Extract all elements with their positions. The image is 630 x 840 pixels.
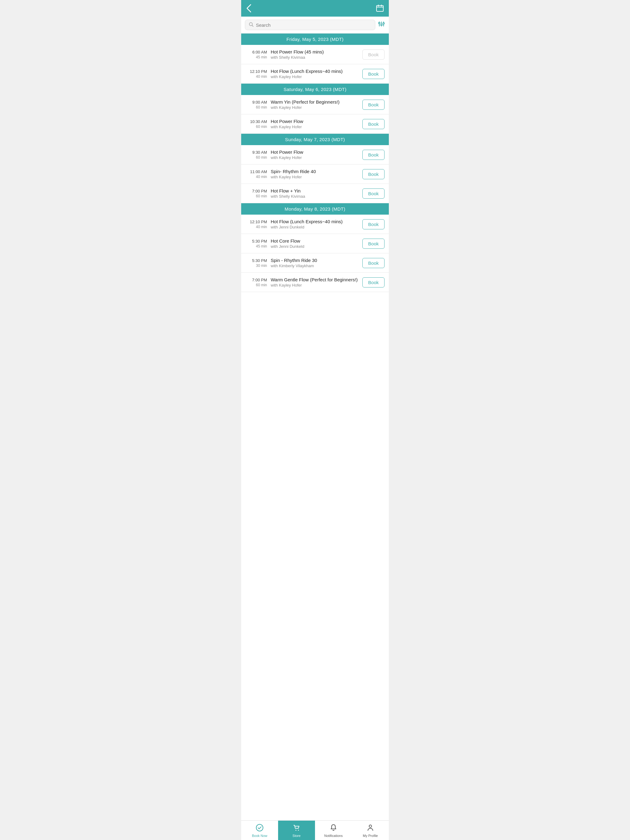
book-button[interactable]: Book bbox=[362, 219, 385, 229]
book-button[interactable]: Book bbox=[362, 69, 385, 79]
class-info: Hot Flow (Lunch Express~40 mins)with Kay… bbox=[271, 69, 359, 79]
table-row: 7:00 PM60 minHot Flow + Yinwith Shelly K… bbox=[241, 184, 389, 203]
day-header: Sunday, May 7, 2023 (MDT) bbox=[241, 134, 389, 145]
class-instructor: with Kayley Hofer bbox=[271, 175, 359, 179]
class-time: 6:00 AM45 min bbox=[245, 50, 267, 59]
cart-icon bbox=[293, 824, 301, 833]
search-input[interactable] bbox=[256, 22, 371, 28]
class-name: Hot Power Flow (45 mins) bbox=[271, 49, 359, 54]
class-start-time: 7:00 PM bbox=[245, 189, 267, 193]
class-instructor: with Kayley Hofer bbox=[271, 125, 359, 129]
class-duration: 45 min bbox=[245, 55, 267, 59]
class-info: Hot Power Flowwith Kayley Hofer bbox=[271, 149, 359, 160]
class-duration: 60 min bbox=[245, 155, 267, 159]
svg-point-14 bbox=[298, 830, 299, 831]
nav-item-notifications[interactable]: Notifications bbox=[315, 821, 352, 840]
class-name: Hot Power Flow bbox=[271, 149, 359, 155]
table-row: 11:00 AM40 minSpin- Rhythm Ride 40with K… bbox=[241, 164, 389, 184]
book-button[interactable]: Book bbox=[362, 169, 385, 179]
class-time: 11:00 AM40 min bbox=[245, 169, 267, 179]
class-name: Hot Flow + Yin bbox=[271, 188, 359, 193]
nav-item-book-now[interactable]: Book Now bbox=[241, 821, 278, 840]
filter-icon[interactable] bbox=[378, 21, 385, 29]
class-time: 9:00 AM60 min bbox=[245, 100, 267, 109]
class-name: Spin - Rhythm Ride 30 bbox=[271, 257, 359, 263]
class-name: Spin- Rhythm Ride 40 bbox=[271, 169, 359, 174]
nav-item-store[interactable]: Store bbox=[278, 821, 315, 840]
class-instructor: with Jenni Dunkeld bbox=[271, 225, 359, 229]
class-duration: 60 min bbox=[245, 283, 267, 287]
table-row: 5:30 PM45 minHot Core Flowwith Jenni Dun… bbox=[241, 234, 389, 253]
class-start-time: 9:30 AM bbox=[245, 150, 267, 155]
table-row: 9:30 AM60 minHot Power Flowwith Kayley H… bbox=[241, 145, 389, 164]
book-button[interactable]: Book bbox=[362, 238, 385, 249]
check-circle-icon bbox=[256, 824, 264, 833]
class-duration: 40 min bbox=[245, 225, 267, 229]
class-info: Spin - Rhythm Ride 30with Kimberly Vilay… bbox=[271, 257, 359, 268]
nav-label-notifications: Notifications bbox=[324, 834, 343, 838]
class-start-time: 5:30 PM bbox=[245, 258, 267, 263]
class-start-time: 12:10 PM bbox=[245, 219, 267, 224]
class-duration: 60 min bbox=[245, 105, 267, 109]
nav-item-my-profile[interactable]: My Profile bbox=[352, 821, 389, 840]
header bbox=[241, 0, 389, 17]
book-button[interactable]: Book bbox=[362, 258, 385, 268]
class-name: Warm Yin (Perfect for Beginners!) bbox=[271, 99, 359, 104]
svg-point-12 bbox=[256, 824, 263, 831]
class-instructor: with Kayley Hofer bbox=[271, 105, 359, 110]
class-instructor: with Shelly Kivimaa bbox=[271, 55, 359, 60]
class-name: Hot Flow (Lunch Express~40 mins) bbox=[271, 219, 359, 224]
person-icon bbox=[367, 824, 374, 833]
back-button[interactable] bbox=[246, 4, 252, 13]
class-duration: 45 min bbox=[245, 244, 267, 248]
class-name: Hot Flow (Lunch Express~40 mins) bbox=[271, 69, 359, 74]
book-button[interactable]: Book bbox=[362, 99, 385, 110]
class-duration: 60 min bbox=[245, 125, 267, 129]
svg-point-11 bbox=[383, 23, 385, 24]
class-time: 10:30 AM60 min bbox=[245, 119, 267, 129]
class-start-time: 11:00 AM bbox=[245, 169, 267, 174]
class-time: 5:30 PM45 min bbox=[245, 239, 267, 248]
class-start-time: 5:30 PM bbox=[245, 239, 267, 243]
class-time: 7:00 PM60 min bbox=[245, 278, 267, 287]
calendar-button[interactable] bbox=[376, 4, 384, 12]
class-instructor: with Jenni Dunkeld bbox=[271, 244, 359, 249]
class-instructor: with Kayley Hofer bbox=[271, 155, 359, 160]
class-start-time: 7:00 PM bbox=[245, 278, 267, 282]
class-name: Hot Power Flow bbox=[271, 119, 359, 124]
class-start-time: 12:10 PM bbox=[245, 69, 267, 74]
class-duration: 30 min bbox=[245, 264, 267, 268]
table-row: 10:30 AM60 minHot Power Flowwith Kayley … bbox=[241, 114, 389, 134]
class-instructor: with Kayley Hofer bbox=[271, 74, 359, 79]
class-instructor: with Kayley Hofer bbox=[271, 283, 359, 287]
class-name: Warm Gentle Flow (Perfect for Beginners!… bbox=[271, 277, 359, 282]
book-button[interactable]: Book bbox=[362, 277, 385, 287]
book-button[interactable]: Book bbox=[362, 119, 385, 129]
class-duration: 40 min bbox=[245, 175, 267, 179]
search-input-wrapper bbox=[245, 20, 375, 30]
svg-point-13 bbox=[296, 830, 296, 831]
search-bar bbox=[241, 17, 389, 33]
book-button[interactable]: Book bbox=[362, 188, 385, 199]
class-duration: 60 min bbox=[245, 194, 267, 198]
bell-icon bbox=[330, 824, 337, 833]
class-instructor: with Kimberly Vilaykham bbox=[271, 264, 359, 268]
table-row: 12:10 PM40 minHot Flow (Lunch Express~40… bbox=[241, 64, 389, 84]
book-button-disabled: Book bbox=[362, 49, 385, 60]
class-time: 9:30 AM60 min bbox=[245, 150, 267, 159]
table-row: 12:10 PM40 minHot Flow (Lunch Express~40… bbox=[241, 215, 389, 234]
class-time: 7:00 PM60 min bbox=[245, 189, 267, 198]
nav-label-my-profile: My Profile bbox=[363, 834, 378, 838]
search-icon bbox=[249, 22, 253, 28]
class-info: Hot Core Flowwith Jenni Dunkeld bbox=[271, 238, 359, 249]
svg-point-9 bbox=[379, 22, 380, 24]
svg-point-15 bbox=[369, 825, 372, 827]
class-time: 12:10 PM40 min bbox=[245, 69, 267, 79]
class-info: Hot Power Flowwith Kayley Hofer bbox=[271, 119, 359, 129]
nav-label-book-now: Book Now bbox=[252, 834, 268, 838]
class-info: Spin- Rhythm Ride 40with Kayley Hofer bbox=[271, 169, 359, 179]
class-info: Hot Power Flow (45 mins)with Shelly Kivi… bbox=[271, 49, 359, 60]
book-button[interactable]: Book bbox=[362, 150, 385, 160]
day-header: Friday, May 5, 2023 (MDT) bbox=[241, 33, 389, 45]
class-info: Warm Yin (Perfect for Beginners!)with Ka… bbox=[271, 99, 359, 110]
